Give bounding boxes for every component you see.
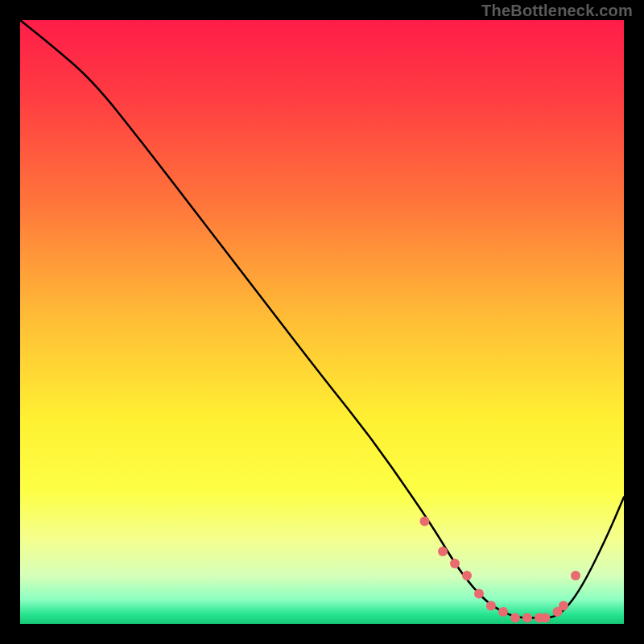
gradient-background [20,20,624,624]
highlight-dot [486,601,496,611]
highlight-dot [462,571,472,580]
highlight-dot [522,613,532,623]
highlight-dot [438,547,448,556]
bottleneck-chart [0,0,644,644]
chart-stage: TheBottleneck.com [0,0,644,644]
highlight-dot [571,571,580,580]
highlight-dot [420,517,430,526]
watermark-text: TheBottleneck.com [481,2,633,20]
highlight-dot [498,607,508,617]
highlight-dot [541,613,551,623]
highlight-dot [559,601,568,611]
highlight-dot [450,559,460,568]
highlight-dot [510,613,520,623]
highlight-dot [474,589,484,599]
